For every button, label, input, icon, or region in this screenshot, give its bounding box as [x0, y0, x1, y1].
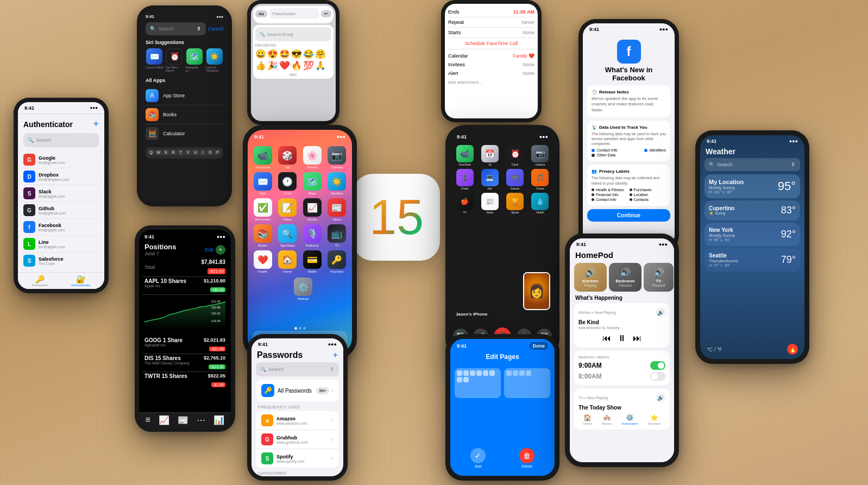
weather-search[interactable]: 🔍 Search 🎙 [705, 158, 800, 171]
calendar-attachment[interactable]: Add attachment... [448, 78, 534, 87]
spotlight-app-books[interactable]: 📚 Books [146, 105, 223, 124]
auth-search[interactable]: 🔍 Search [23, 133, 99, 147]
app-reminders[interactable]: ✅ Reminders [252, 198, 274, 221]
homepod-bedroom-card[interactable]: 🔊 Bedroom Paused [609, 263, 641, 292]
weather-seattle-label: Seattle [709, 253, 738, 259]
spotlight-app-list: A App Store 📚 Books 🧮 Calculator [146, 86, 223, 143]
auth-account-salesforce[interactable]: S Salesforce Tim Cook [23, 253, 99, 269]
stocks-tab-chart[interactable]: 📈 [159, 415, 169, 425]
emoji-screen: Aa Placeholder ↩ 🔍 Search Emoji FAVORITE… [251, 4, 336, 121]
editpage-2[interactable] [504, 368, 550, 398]
stocks-edit-btn[interactable]: Edit [205, 247, 213, 253]
app-maps[interactable]: 🗺️ Maps [301, 172, 323, 195]
weather-newyork[interactable]: New York Mostly Sunny H: 98° L: 81° 92° [705, 223, 800, 246]
stocks-tab-news[interactable]: 📰 [178, 415, 188, 425]
auth-account-google[interactable]: G Google tim@gmail.com [23, 152, 99, 168]
app-books[interactable]: 📚 Books [252, 224, 274, 247]
stocks-add-btn[interactable]: + [216, 245, 225, 255]
auth-account-dropbox[interactable]: D Dropbox tim@dropbox.com [23, 168, 99, 185]
emoji-placeholder: Placeholder [273, 11, 295, 16]
siri-app-mail[interactable]: ✉️ Launch Mail [146, 48, 163, 72]
homepod-nav-discover[interactable]: ⭐Discover [648, 414, 661, 425]
homepod-prev-btn[interactable]: ⏮ [602, 333, 611, 343]
spotlight-app-appstore[interactable]: A App Store [146, 86, 223, 105]
app-tv[interactable]: 📺 TV [326, 224, 348, 247]
homepod-alarm2-toggle[interactable] [650, 372, 665, 381]
auth-account-github[interactable]: G Github tim@github.com [23, 202, 99, 219]
homepod-next-btn[interactable]: ⏭ [633, 333, 641, 343]
homepod-nav-home[interactable]: 🏠Home [583, 414, 592, 425]
auth-account-facebook[interactable]: f Facebook tim@apple.com [23, 219, 99, 236]
app-facetime[interactable]: 📹 FaceTime [252, 146, 274, 169]
homepod-tv-card[interactable]: 🔊 TV Paused [644, 263, 674, 292]
weather-seattle[interactable]: Seattle Thunderstorms H: 97° L: 89° 79° [705, 248, 800, 272]
homepod-nav-rooms[interactable]: 🏘️Rooms [602, 414, 612, 425]
stocks-twtr-row[interactable]: TWTR 15 Shares $922.05 -$2.95 [142, 372, 228, 389]
stocks-dis-row[interactable]: DIS 15 Shares The Walt Disney Company $2… [142, 354, 228, 372]
passwords-amazon[interactable]: a Amazon www.amazon.com › [256, 411, 339, 430]
privacy-purchases: Purchases [634, 188, 652, 192]
emoji-search-bar[interactable]: 🔍 Search Emoji [255, 27, 331, 41]
app-camera[interactable]: 📷 Camera [326, 146, 348, 169]
editpages-done-btn[interactable]: Done [530, 342, 549, 350]
calendar-facetime-btn[interactable]: Schedule FaceTime Call [448, 38, 534, 49]
auth-tab-authenticator[interactable]: 🔐 Authenticator [71, 275, 90, 287]
app-tali[interactable]: 🎲 Tali [277, 146, 299, 169]
passwords-grubhub[interactable]: G Grubhub www.grubhub.com › [256, 430, 339, 449]
passwords-all-label: All Passwords [278, 388, 312, 394]
auth-tab-passwords[interactable]: 🔑 Passwords [32, 275, 48, 287]
facebook-screen: 9:41 ●●● f What's New in Facebook 📋 Rele… [583, 23, 675, 248]
app-appmaps[interactable]: 🔍 App Maps [277, 224, 299, 247]
siri-app-weather[interactable]: ☀️ Launch *Weather [205, 48, 223, 72]
homepod-kitchen-volume[interactable]: 🔊 [656, 307, 665, 317]
weather-bottom-bar: ℃ / ℉ 🔥 [700, 344, 804, 355]
siri-app-maps[interactable]: 🗺️ Navigate to... [186, 48, 204, 72]
homepod-alarm1-toggle[interactable] [650, 361, 665, 370]
spotlight-cancel-btn[interactable]: Cancel [208, 26, 223, 32]
app-news[interactable]: 📰 News [326, 198, 348, 221]
app-notes[interactable]: 📝 Notes [277, 198, 299, 221]
stocks-tab-list[interactable]: ≡ [146, 415, 150, 425]
passwords-search[interactable]: 🔍 Search 🎙 [256, 362, 339, 376]
editpage-1[interactable] [455, 368, 501, 398]
app-weather[interactable]: ☀️ Weather [326, 172, 348, 195]
app-clock[interactable]: 🕐 Clock [277, 172, 299, 195]
stocks-goog-row[interactable]: GOOG 1 Share Alphabet Inc. $2,021.83 -$3… [142, 336, 228, 354]
app-health[interactable]: ❤️ Health [252, 250, 274, 273]
spotlight-app-calculator[interactable]: 🧮 Calculator [146, 124, 223, 143]
homepod-tv-volume[interactable]: 🔊 [656, 393, 665, 402]
weather-my-location[interactable]: My Location Mostly Sunny H: 101° L: 80° … [705, 174, 800, 198]
auth-account-line[interactable]: L Line tim@apple.com [23, 236, 99, 253]
app-keychain[interactable]: 🔑 Keychain [326, 250, 348, 273]
editpages-delete-btn[interactable]: 🗑 Delete [519, 448, 534, 468]
passwords-add-btn[interactable]: + [333, 350, 338, 360]
app-home[interactable]: 🏠 Home [277, 250, 299, 273]
spotlight-search-bar[interactable]: 🔍 Search 🎙 [146, 22, 206, 35]
passwords-spotify[interactable]: S Spotify www.spotify.com › [256, 449, 339, 468]
stocks-tab-more[interactable]: ⋯ [197, 415, 205, 425]
homepod-nav-automation[interactable]: ⚙️Automation [622, 414, 638, 425]
stocks-tab-report[interactable]: 📊 [213, 415, 224, 425]
app-wallet[interactable]: 💳 Wallet [301, 250, 323, 273]
editpages-add-btn[interactable]: ✓ Add [470, 448, 486, 468]
facebook-continue-btn[interactable]: Continue [587, 209, 670, 222]
homepod-pause-btn[interactable]: ⏸ [618, 333, 626, 343]
homepod-artist: Marshmello & Halsey [578, 325, 665, 330]
auth-search-placeholder: Search [36, 137, 52, 143]
app-settings[interactable]: ⚙️ Settings [248, 278, 352, 305]
app-mail[interactable]: ✉️ Mail [252, 172, 274, 195]
homepod-controls: ⏮ ⏸ ⏭ [578, 333, 665, 343]
auth-add-icon[interactable]: + [93, 118, 99, 130]
app-stocks[interactable]: 📈 Stocks [301, 198, 323, 221]
spotlight-search-text: Search [158, 26, 174, 32]
emoji-text-input[interactable]: Placeholder [269, 8, 319, 19]
auth-account-slack[interactable]: S Slack tim@apple.com [23, 185, 99, 202]
weather-unit-toggle[interactable]: ℃ / ℉ [707, 347, 722, 352]
passwords-all-passwords[interactable]: 🔑 All Passwords 99+ › [256, 380, 339, 401]
weather-cupertino[interactable]: Cupertino ☀️ Sunny 83° [705, 200, 800, 221]
stocks-aapl-row[interactable]: AAPL 10 Shares Apple Inc. $1,210.80 +$4.… [142, 277, 228, 295]
app-podcasts[interactable]: 🎙️ Podcasts [301, 224, 323, 247]
siri-app-clock[interactable]: ⏰ Set 8am Alarm [166, 48, 184, 72]
homepod-kitchen-card[interactable]: 🔊 Kitchen Playing [574, 263, 607, 292]
app-photos[interactable]: 🌸 Photos [301, 146, 323, 169]
